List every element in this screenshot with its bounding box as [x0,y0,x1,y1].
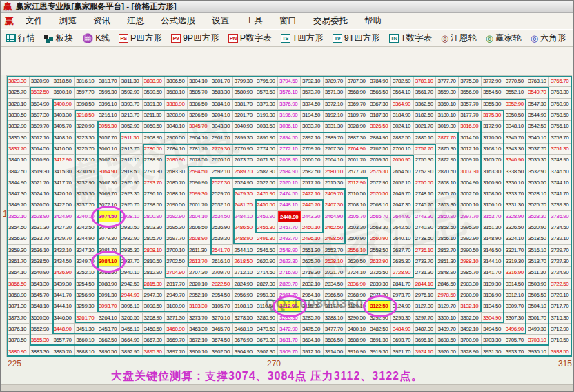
price-cell[interactable]: 3441.70 [52,290,75,301]
price-cell[interactable]: 3079.30 [97,233,120,244]
price-cell[interactable]: 3283.30 [278,313,301,324]
price-cell[interactable]: 2743.30 [414,211,437,222]
price-cell[interactable]: 2690.50 [165,199,188,210]
price-cell[interactable]: 3561.70 [414,87,437,98]
price-cell[interactable]: 3096.10 [120,301,143,312]
price-cell[interactable]: 3643.30 [30,279,52,290]
price-cell[interactable]: 3398.50 [75,99,97,110]
price-cell[interactable]: 3484.90 [391,324,414,335]
price-cell[interactable]: 2522.50 [255,177,278,188]
price-cell[interactable]: 3676.90 [233,335,256,346]
price-cell[interactable]: 2517.70 [301,177,324,188]
price-cell[interactable]: 2968.90 [346,290,368,301]
price-cell[interactable]: 3412.90 [52,155,75,166]
price-cell[interactable]: 3861.70 [7,256,30,267]
price-cell[interactable]: 2798.50 [143,199,166,210]
price-cell[interactable]: 3780.10 [414,76,437,87]
price-cell[interactable]: 2757.70 [414,144,437,155]
price-cell[interactable]: 2721.70 [324,267,346,278]
price-cell[interactable]: 2606.50 [188,222,210,233]
price-cell[interactable]: 3811.30 [120,76,143,87]
toolbar-item-p-number-table[interactable]: PNP数字表 [228,32,272,44]
price-cell[interactable]: 3645.70 [30,290,52,301]
price-cell[interactable]: 3705.70 [504,335,527,346]
price-cell[interactable]: 3480.10 [346,324,368,335]
price-cell[interactable]: 2640.10 [391,233,414,244]
price-cell[interactable]: 3556.90 [459,87,482,98]
price-cell[interactable]: 3002.50 [459,188,482,199]
price-cell[interactable]: 2628.10 [324,256,346,267]
price-cell[interactable]: 2817.70 [165,279,188,290]
price-cell[interactable]: 2472.10 [301,188,324,199]
price-cell[interactable]: 3468.10 [233,324,256,335]
price-cell[interactable]: 2820.10 [188,279,210,290]
price-cell[interactable]: 2580.10 [324,166,346,177]
price-cell[interactable]: 2858.50 [436,222,459,233]
price-cell[interactable]: 3252.10 [75,267,97,278]
price-cell[interactable]: 2793.70 [143,177,166,188]
price-cell[interactable]: 2608.90 [188,233,210,244]
price-cell[interactable]: 3240.10 [75,211,97,222]
price-cell[interactable]: 3768.10 [526,76,549,87]
price-cell[interactable]: 3309.70 [504,301,527,312]
price-cell[interactable]: 3376.90 [278,99,301,110]
price-cell[interactable]: 2769.70 [301,144,324,155]
toolbar-item-winner-wheel[interactable]: ◎赢家轮 [486,32,522,44]
price-cell[interactable]: 3194.50 [301,110,324,121]
price-cell[interactable]: 2649.70 [391,188,414,199]
price-cell[interactable]: 3840.10 [7,155,30,166]
price-cell[interactable]: 3400.90 [52,99,75,110]
price-cell[interactable]: 2800.90 [143,211,166,222]
price-cell[interactable]: 3573.70 [301,87,324,98]
price-cell[interactable]: 3511.30 [526,267,549,278]
price-cell[interactable]: 3477.70 [324,324,346,335]
price-cell[interactable]: 3758.50 [549,110,572,121]
price-cell[interactable]: 3931.30 [482,346,504,357]
price-cell[interactable]: 2592.10 [210,166,233,177]
price-cell[interactable]: 2966.50 [324,290,346,301]
price-cell[interactable]: 3117.70 [324,301,346,312]
price-cell[interactable]: 2469.70 [324,188,346,199]
price-cell[interactable]: 2548.90 [278,245,301,256]
price-cell[interactable]: 3818.50 [52,76,75,87]
price-cell[interactable]: 3832.90 [7,121,30,132]
price-cell[interactable]: 3444.10 [52,301,75,312]
price-cell[interactable]: 2637.70 [391,245,414,256]
price-cell[interactable]: 2712.10 [233,267,256,278]
price-cell[interactable]: 2760.10 [391,144,414,155]
price-cell[interactable]: 2935.30 [120,245,143,256]
price-cell[interactable]: 3926.50 [436,346,459,357]
price-cell[interactable]: 2880.10 [414,133,437,144]
price-cell[interactable]: 3691.30 [368,335,391,346]
price-cell[interactable]: 3146.50 [482,245,504,256]
price-cell[interactable]: 2920.90 [120,177,143,188]
price-cell[interactable]: 2484.10 [233,211,256,222]
price-cell[interactable]: 2973.70 [391,290,414,301]
price-cell[interactable]: 3520.90 [526,222,549,233]
price-cell[interactable]: 3151.30 [482,222,504,233]
price-cell[interactable]: 3830.50 [7,110,30,121]
price-cell[interactable]: 3177.70 [459,110,482,121]
menu-item-4[interactable]: 江恩 [127,15,144,27]
price-cell[interactable]: 2587.30 [255,166,278,177]
price-cell[interactable]: 3650.50 [30,313,52,324]
price-cell[interactable]: 2671.30 [255,155,278,166]
menu-item-8[interactable]: 窗口 [279,15,297,27]
price-cell[interactable]: 3264.10 [97,313,120,324]
price-cell[interactable]: 3513.70 [526,256,549,267]
price-cell[interactable]: 3170.50 [482,133,504,144]
price-cell[interactable]: 3864.10 [7,267,30,278]
price-cell[interactable]: 3772.90 [482,76,504,87]
price-cell[interactable]: 2618.50 [233,256,256,267]
price-cell[interactable]: 3600.10 [52,87,75,98]
price-cell[interactable]: 3247.30 [75,245,97,256]
price-cell[interactable]: 2906.50 [165,133,188,144]
price-cell[interactable]: 3924.10 [414,346,437,357]
price-cell[interactable]: 2568.10 [368,199,391,210]
price-cell[interactable]: 3410.50 [52,144,75,155]
price-cell[interactable]: 3525.70 [526,199,549,210]
price-cell[interactable]: 3458.50 [143,324,166,335]
price-cell[interactable]: 3357.70 [459,99,482,110]
price-cell[interactable]: 2870.50 [436,166,459,177]
price-cell[interactable]: 3518.50 [526,233,549,244]
